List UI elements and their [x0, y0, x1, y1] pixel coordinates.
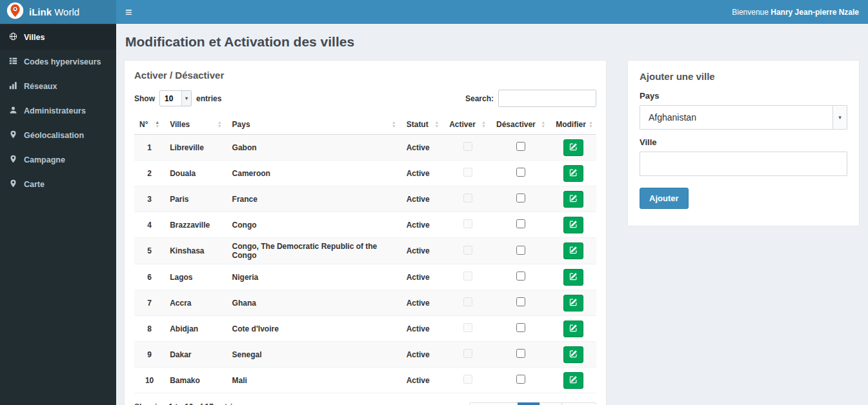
sidebar-item-villes[interactable]: Villes [0, 25, 116, 50]
activer-checkbox[interactable] [463, 246, 472, 255]
sidebar-item-label: Administrateurs [24, 106, 86, 115]
app-logo-icon [6, 2, 24, 22]
add-city-card: Ajouter une ville Pays Afghanistan ▾ Vil… [627, 60, 860, 226]
table-row: 9 Dakar Senegal Active [134, 342, 596, 368]
activer-checkbox[interactable] [463, 193, 472, 202]
edit-button[interactable] [563, 139, 583, 156]
pagination-page-2[interactable]: 2 [540, 402, 562, 405]
row-number: 10 [134, 368, 165, 393]
add-card-title: Ajouter une ville [640, 71, 847, 82]
table-row: 4 Brazzaville Congo Active [134, 212, 596, 238]
column-header-villes[interactable]: Villes ▲▼ [165, 115, 227, 135]
edit-pencil-icon [569, 324, 578, 334]
table-info: Showing 1 to 10 of 17 entries [134, 402, 241, 405]
edit-button[interactable] [563, 217, 583, 233]
desactiver-checkbox[interactable] [516, 219, 525, 228]
entries-label: entries [196, 94, 221, 103]
sidebar-item-reseaux[interactable]: Réseaux [0, 74, 116, 99]
row-pays: Mali [227, 368, 401, 393]
activer-checkbox[interactable] [463, 168, 472, 177]
pagination-next[interactable]: Next [561, 402, 596, 405]
ville-input[interactable] [640, 152, 847, 176]
sidebar-toggle-icon[interactable]: ≡ [125, 6, 132, 18]
edit-button[interactable] [563, 321, 583, 337]
sidebar-item-codes-hyperviseurs[interactable]: Codes hyperviseurs [0, 50, 116, 74]
table-row: 2 Douala Cameroon Active [134, 161, 596, 186]
row-statut: Active [401, 368, 444, 393]
pagination-previous[interactable]: Previous [469, 402, 519, 405]
activer-checkbox[interactable] [463, 323, 472, 332]
sidebar: iLink World Villes Co [0, 0, 116, 405]
column-header-pays[interactable]: Pays ▲▼ [227, 115, 401, 135]
activer-checkbox[interactable] [463, 349, 472, 358]
row-ville: Paris [165, 186, 227, 212]
desactiver-checkbox[interactable] [516, 168, 525, 177]
main-area: ≡ Bienvenue Hanry Jean-pierre Nzale Modi… [116, 0, 868, 405]
desactiver-checkbox[interactable] [516, 246, 525, 255]
row-statut: Active [401, 161, 444, 186]
column-header-statut[interactable]: Statut ▲▼ [401, 115, 444, 135]
sidebar-item-administrateurs[interactable]: Administrateurs [0, 99, 116, 123]
column-header-modifier[interactable]: Modifier ▲▼ [550, 115, 596, 135]
sidebar-item-label: Codes hyperviseurs [24, 57, 101, 66]
row-pays: Gabon [227, 135, 401, 161]
row-statut: Active [401, 212, 444, 238]
desactiver-checkbox[interactable] [516, 272, 525, 281]
pays-select[interactable]: Afghanistan [640, 105, 847, 130]
table-body: 1 Libreville Gabon Active 2 Douala Camer… [134, 135, 596, 393]
row-ville: Douala [165, 161, 227, 186]
desactiver-checkbox[interactable] [516, 297, 525, 306]
edit-pencil-icon [569, 143, 578, 153]
edit-button[interactable] [563, 191, 583, 208]
edit-pencil-icon [569, 220, 578, 230]
column-header-num[interactable]: N° ▲▼ [134, 115, 165, 135]
column-header-activer[interactable]: Activer ▲▼ [444, 115, 491, 135]
row-ville: Dakar [165, 342, 227, 368]
row-number: 9 [134, 342, 165, 368]
ajouter-button[interactable]: Ajouter [640, 188, 689, 209]
edit-button[interactable] [563, 269, 583, 286]
column-header-desactiver[interactable]: Désactiver ▲▼ [491, 115, 550, 135]
edit-button[interactable] [563, 372, 583, 389]
row-pays: Congo [227, 212, 401, 238]
pagination: Previous 1 2 Next [469, 402, 596, 405]
page-length-select[interactable]: 10 [159, 90, 192, 106]
row-pays: France [227, 186, 401, 212]
row-ville: Bamako [165, 368, 227, 393]
row-number: 8 [134, 316, 165, 342]
activer-checkbox[interactable] [463, 297, 472, 306]
row-statut: Active [401, 290, 444, 316]
row-number: 1 [134, 135, 165, 161]
row-statut: Active [401, 238, 444, 264]
logo-area[interactable]: iLink World [0, 0, 116, 24]
desactiver-checkbox[interactable] [516, 142, 525, 151]
desactiver-checkbox[interactable] [516, 323, 525, 332]
activer-checkbox[interactable] [463, 272, 472, 281]
edit-pencil-icon [569, 350, 578, 360]
row-ville: Kinshasa [165, 238, 227, 264]
desactiver-checkbox[interactable] [516, 193, 525, 202]
row-statut: Active [401, 342, 444, 368]
desactiver-checkbox[interactable] [516, 349, 525, 358]
activer-checkbox[interactable] [463, 142, 472, 151]
pagination-page-1[interactable]: 1 [518, 402, 540, 405]
row-number: 7 [134, 290, 165, 316]
sidebar-item-campagne[interactable]: Campagne [0, 148, 116, 172]
search-input[interactable] [498, 90, 596, 107]
sidebar-item-geolocalisation[interactable]: Géolocalisation [0, 123, 116, 148]
desactiver-checkbox[interactable] [516, 375, 525, 384]
sidebar-item-carte[interactable]: Carte [0, 172, 116, 197]
activer-checkbox[interactable] [463, 375, 472, 384]
edit-button[interactable] [563, 242, 583, 259]
row-ville: Accra [165, 290, 227, 316]
table-row: 6 Lagos Nigeria Active [134, 264, 596, 290]
edit-button[interactable] [563, 346, 583, 363]
activer-checkbox[interactable] [463, 219, 472, 228]
sort-icon: ▲▼ [434, 121, 439, 128]
row-ville: Libreville [165, 135, 227, 161]
row-statut: Active [401, 264, 444, 290]
map-marker-icon [9, 155, 17, 165]
edit-button[interactable] [563, 165, 583, 182]
edit-button[interactable] [563, 295, 583, 311]
row-pays: Cameroon [227, 161, 401, 186]
